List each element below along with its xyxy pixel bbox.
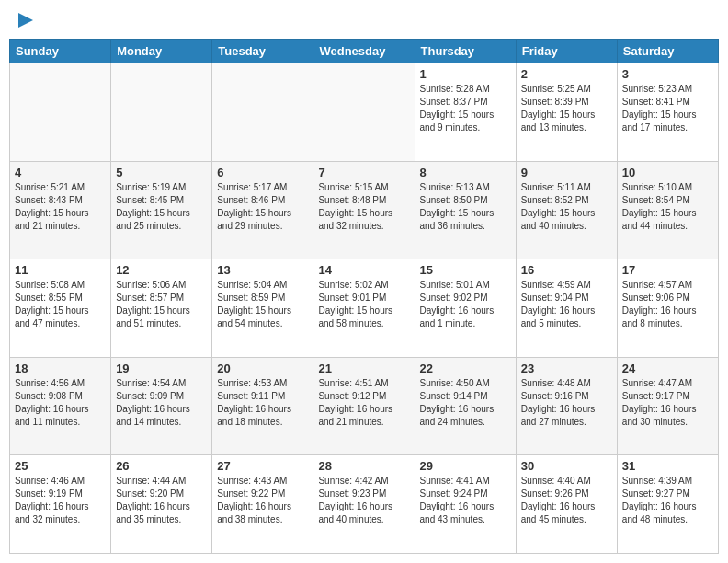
calendar-week-5: 25Sunrise: 4:46 AM Sunset: 9:19 PM Dayli… bbox=[10, 455, 719, 554]
calendar-week-3: 11Sunrise: 5:08 AM Sunset: 8:55 PM Dayli… bbox=[10, 259, 719, 358]
calendar-cell: 25Sunrise: 4:46 AM Sunset: 9:19 PM Dayli… bbox=[10, 455, 111, 554]
day-info: Sunrise: 5:21 AM Sunset: 8:43 PM Dayligh… bbox=[15, 181, 106, 233]
calendar-cell bbox=[212, 63, 313, 162]
day-info: Sunrise: 5:28 AM Sunset: 8:37 PM Dayligh… bbox=[420, 83, 511, 134]
calendar-header-thursday: Thursday bbox=[415, 40, 516, 63]
logo bbox=[13, 9, 37, 31]
calendar-cell: 19Sunrise: 4:54 AM Sunset: 9:09 PM Dayli… bbox=[111, 357, 212, 455]
calendar-cell: 15Sunrise: 5:01 AM Sunset: 9:02 PM Dayli… bbox=[415, 259, 516, 358]
calendar-cell: 24Sunrise: 4:47 AM Sunset: 9:17 PM Dayli… bbox=[617, 357, 718, 455]
calendar-cell: 7Sunrise: 5:15 AM Sunset: 8:48 PM Daylig… bbox=[313, 161, 415, 259]
day-number: 11 bbox=[15, 263, 106, 277]
day-number: 18 bbox=[15, 362, 106, 375]
day-number: 19 bbox=[116, 362, 207, 375]
day-info: Sunrise: 4:51 AM Sunset: 9:12 PM Dayligh… bbox=[318, 377, 409, 429]
day-number: 17 bbox=[622, 263, 713, 277]
calendar-cell: 23Sunrise: 4:48 AM Sunset: 9:16 PM Dayli… bbox=[516, 357, 617, 455]
day-number: 7 bbox=[318, 166, 409, 179]
calendar-cell: 12Sunrise: 5:06 AM Sunset: 8:57 PM Dayli… bbox=[111, 259, 212, 358]
calendar-header-monday: Monday bbox=[111, 40, 212, 63]
day-info: Sunrise: 4:48 AM Sunset: 9:16 PM Dayligh… bbox=[521, 377, 612, 429]
day-number: 3 bbox=[622, 67, 713, 81]
day-info: Sunrise: 4:40 AM Sunset: 9:26 PM Dayligh… bbox=[521, 475, 612, 526]
calendar-cell: 16Sunrise: 4:59 AM Sunset: 9:04 PM Dayli… bbox=[516, 259, 617, 358]
calendar-cell: 1Sunrise: 5:28 AM Sunset: 8:37 PM Daylig… bbox=[415, 63, 516, 162]
day-number: 26 bbox=[116, 459, 207, 473]
day-number: 31 bbox=[622, 459, 713, 473]
day-number: 5 bbox=[116, 166, 207, 179]
calendar-cell: 2Sunrise: 5:25 AM Sunset: 8:39 PM Daylig… bbox=[516, 63, 617, 162]
day-number: 20 bbox=[217, 362, 308, 375]
logo-text bbox=[13, 9, 37, 31]
calendar-header-saturday: Saturday bbox=[617, 40, 718, 63]
calendar-cell: 20Sunrise: 4:53 AM Sunset: 9:11 PM Dayli… bbox=[212, 357, 313, 455]
day-number: 29 bbox=[420, 459, 511, 473]
calendar-cell: 4Sunrise: 5:21 AM Sunset: 8:43 PM Daylig… bbox=[10, 161, 111, 259]
day-info: Sunrise: 5:17 AM Sunset: 8:46 PM Dayligh… bbox=[217, 181, 308, 233]
day-number: 28 bbox=[318, 459, 409, 473]
day-info: Sunrise: 5:13 AM Sunset: 8:50 PM Dayligh… bbox=[420, 181, 511, 233]
calendar-cell: 30Sunrise: 4:40 AM Sunset: 9:26 PM Dayli… bbox=[516, 455, 617, 554]
calendar-week-4: 18Sunrise: 4:56 AM Sunset: 9:08 PM Dayli… bbox=[10, 357, 719, 455]
calendar-cell: 5Sunrise: 5:19 AM Sunset: 8:45 PM Daylig… bbox=[111, 161, 212, 259]
calendar-week-1: 1Sunrise: 5:28 AM Sunset: 8:37 PM Daylig… bbox=[10, 63, 719, 162]
calendar-header-tuesday: Tuesday bbox=[212, 40, 313, 63]
day-info: Sunrise: 4:43 AM Sunset: 9:22 PM Dayligh… bbox=[217, 475, 308, 526]
day-info: Sunrise: 5:11 AM Sunset: 8:52 PM Dayligh… bbox=[521, 181, 612, 233]
calendar-cell: 21Sunrise: 4:51 AM Sunset: 9:12 PM Dayli… bbox=[313, 357, 415, 455]
day-number: 15 bbox=[420, 263, 511, 277]
day-number: 22 bbox=[420, 362, 511, 375]
calendar-cell: 31Sunrise: 4:39 AM Sunset: 9:27 PM Dayli… bbox=[617, 455, 718, 554]
calendar-cell: 18Sunrise: 4:56 AM Sunset: 9:08 PM Dayli… bbox=[10, 357, 111, 455]
day-info: Sunrise: 4:59 AM Sunset: 9:04 PM Dayligh… bbox=[521, 279, 612, 330]
day-info: Sunrise: 5:01 AM Sunset: 9:02 PM Dayligh… bbox=[420, 279, 511, 330]
calendar-cell: 28Sunrise: 4:42 AM Sunset: 9:23 PM Dayli… bbox=[313, 455, 415, 554]
day-number: 1 bbox=[420, 67, 511, 81]
calendar-header-sunday: Sunday bbox=[10, 40, 111, 63]
header bbox=[9, 9, 719, 31]
day-number: 4 bbox=[15, 166, 106, 179]
day-number: 9 bbox=[521, 166, 612, 179]
calendar-cell bbox=[111, 63, 212, 162]
day-info: Sunrise: 5:15 AM Sunset: 8:48 PM Dayligh… bbox=[318, 181, 409, 233]
calendar-cell: 17Sunrise: 4:57 AM Sunset: 9:06 PM Dayli… bbox=[617, 259, 718, 358]
day-info: Sunrise: 5:19 AM Sunset: 8:45 PM Dayligh… bbox=[116, 181, 207, 233]
day-info: Sunrise: 4:50 AM Sunset: 9:14 PM Dayligh… bbox=[420, 377, 511, 429]
day-number: 25 bbox=[15, 459, 106, 473]
day-number: 23 bbox=[521, 362, 612, 375]
day-info: Sunrise: 4:46 AM Sunset: 9:19 PM Dayligh… bbox=[15, 475, 106, 526]
calendar-cell: 29Sunrise: 4:41 AM Sunset: 9:24 PM Dayli… bbox=[415, 455, 516, 554]
day-number: 24 bbox=[622, 362, 713, 375]
day-number: 8 bbox=[420, 166, 511, 179]
day-info: Sunrise: 4:39 AM Sunset: 9:27 PM Dayligh… bbox=[622, 475, 713, 526]
calendar-cell bbox=[313, 63, 415, 162]
calendar-header-row: SundayMondayTuesdayWednesdayThursdayFrid… bbox=[10, 40, 719, 63]
day-info: Sunrise: 5:10 AM Sunset: 8:54 PM Dayligh… bbox=[622, 181, 713, 233]
day-info: Sunrise: 4:44 AM Sunset: 9:20 PM Dayligh… bbox=[116, 475, 207, 526]
day-info: Sunrise: 5:25 AM Sunset: 8:39 PM Dayligh… bbox=[521, 83, 612, 134]
day-info: Sunrise: 4:41 AM Sunset: 9:24 PM Dayligh… bbox=[420, 475, 511, 526]
calendar-cell: 10Sunrise: 5:10 AM Sunset: 8:54 PM Dayli… bbox=[617, 161, 718, 259]
calendar-cell: 27Sunrise: 4:43 AM Sunset: 9:22 PM Dayli… bbox=[212, 455, 313, 554]
day-number: 10 bbox=[622, 166, 713, 179]
day-number: 14 bbox=[318, 263, 409, 277]
svg-marker-0 bbox=[18, 13, 33, 28]
day-info: Sunrise: 5:06 AM Sunset: 8:57 PM Dayligh… bbox=[116, 279, 207, 330]
calendar-cell: 3Sunrise: 5:23 AM Sunset: 8:41 PM Daylig… bbox=[617, 63, 718, 162]
day-info: Sunrise: 5:08 AM Sunset: 8:55 PM Dayligh… bbox=[15, 279, 106, 330]
calendar-cell: 22Sunrise: 4:50 AM Sunset: 9:14 PM Dayli… bbox=[415, 357, 516, 455]
day-number: 2 bbox=[521, 67, 612, 81]
day-info: Sunrise: 5:02 AM Sunset: 9:01 PM Dayligh… bbox=[318, 279, 409, 330]
page: SundayMondayTuesdayWednesdayThursdayFrid… bbox=[0, 0, 728, 563]
day-info: Sunrise: 5:23 AM Sunset: 8:41 PM Dayligh… bbox=[622, 83, 713, 134]
calendar-cell: 14Sunrise: 5:02 AM Sunset: 9:01 PM Dayli… bbox=[313, 259, 415, 358]
day-number: 16 bbox=[521, 263, 612, 277]
day-number: 30 bbox=[521, 459, 612, 473]
day-number: 21 bbox=[318, 362, 409, 375]
calendar-cell: 26Sunrise: 4:44 AM Sunset: 9:20 PM Dayli… bbox=[111, 455, 212, 554]
calendar-header-friday: Friday bbox=[516, 40, 617, 63]
day-info: Sunrise: 5:04 AM Sunset: 8:59 PM Dayligh… bbox=[217, 279, 308, 330]
day-number: 13 bbox=[217, 263, 308, 277]
calendar-week-2: 4Sunrise: 5:21 AM Sunset: 8:43 PM Daylig… bbox=[10, 161, 719, 259]
calendar-cell: 13Sunrise: 5:04 AM Sunset: 8:59 PM Dayli… bbox=[212, 259, 313, 358]
